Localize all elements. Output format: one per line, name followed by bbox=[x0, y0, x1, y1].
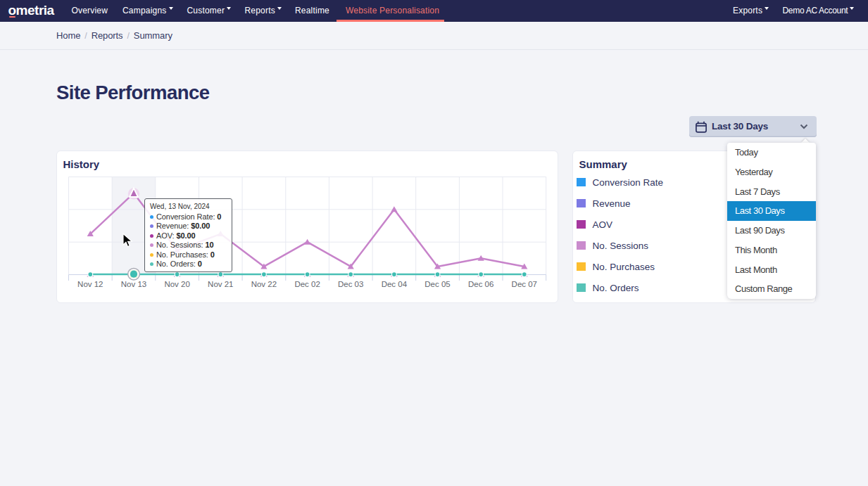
svg-text:Nov 20: Nov 20 bbox=[164, 280, 189, 288]
svg-text:Nov 12: Nov 12 bbox=[77, 280, 103, 288]
svg-text:Dec 06: Dec 06 bbox=[468, 280, 493, 288]
svg-text:Dec 05: Dec 05 bbox=[424, 280, 450, 288]
svg-text:Dec 07: Dec 07 bbox=[512, 280, 537, 288]
svg-text:Nov 21: Nov 21 bbox=[208, 280, 233, 288]
svg-text:Nov 22: Nov 22 bbox=[251, 280, 277, 288]
svg-text:Dec 02: Dec 02 bbox=[294, 280, 320, 288]
svg-text:Nov 13: Nov 13 bbox=[121, 280, 146, 288]
svg-text:Dec 04: Dec 04 bbox=[382, 280, 408, 288]
svg-text:Dec 03: Dec 03 bbox=[338, 280, 363, 288]
